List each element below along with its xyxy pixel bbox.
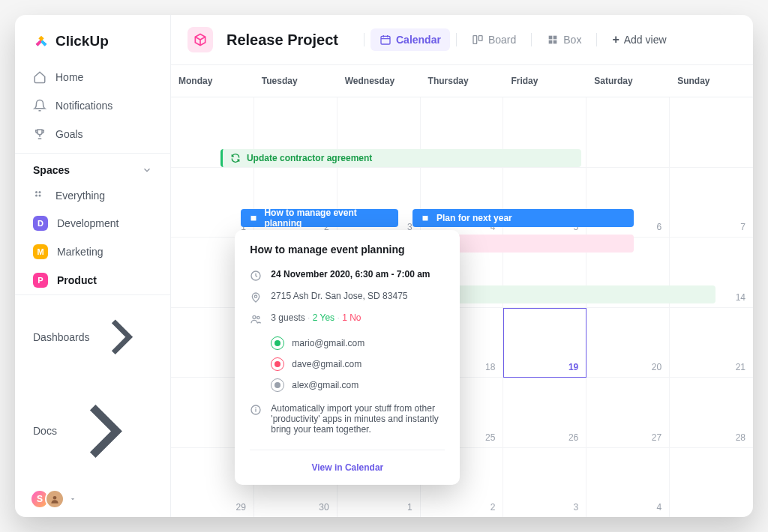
chevron-right-icon <box>90 306 153 369</box>
dashboards-label: Dashboards <box>33 331 90 343</box>
svg-point-3 <box>39 195 41 197</box>
separator <box>531 33 532 46</box>
guest-email: mario@gmail.com <box>292 338 364 348</box>
svg-rect-12 <box>250 216 256 222</box>
weekday-label: Saturday <box>586 65 670 97</box>
space-everything[interactable]: Everything <box>15 182 170 209</box>
svg-rect-6 <box>473 36 477 44</box>
space-development[interactable]: D Development <box>15 209 170 238</box>
calendar-cell[interactable]: 26 <box>503 378 586 448</box>
person-icon <box>50 494 60 504</box>
tab-board-label: Board <box>488 34 516 46</box>
spaces-header[interactable]: Spaces <box>15 153 170 182</box>
nav-home-label: Home <box>56 71 83 83</box>
calendar-cell[interactable]: 7 <box>670 168 753 238</box>
calendar-cell[interactable]: 1 <box>171 168 254 238</box>
status-dot-no <box>271 357 284 371</box>
guests-no: 1 No <box>342 312 361 323</box>
day-number: 19 <box>568 362 578 372</box>
view-in-calendar-link[interactable]: View in Calendar <box>250 450 445 476</box>
nav-goals[interactable]: Goals <box>15 120 170 148</box>
day-number: 20 <box>652 362 662 372</box>
refresh-icon <box>230 153 241 163</box>
nav-notifications[interactable]: Notifications <box>15 91 170 120</box>
space-product-label: Product <box>57 274 97 286</box>
docs-section[interactable]: Docs <box>15 379 170 489</box>
separator <box>596 33 597 46</box>
day-number: 3 <box>574 502 579 513</box>
svg-rect-7 <box>478 36 482 41</box>
guest-row: mario@gmail.com <box>271 333 445 354</box>
calendar-cell[interactable]: 3 <box>503 448 586 518</box>
plus-icon: + <box>612 34 619 46</box>
calendar-cell[interactable] <box>586 97 670 168</box>
tab-board[interactable]: Board <box>463 28 525 51</box>
day-number: 26 <box>568 432 578 443</box>
popover-datetime-row: 24 November 2020, 6:30 am - 7:00 am <box>250 265 445 286</box>
board-icon <box>472 34 484 46</box>
event-manage[interactable]: How to manage event planning <box>241 209 398 227</box>
event-contractor[interactable]: Update contractor agreement <box>220 149 581 167</box>
people-icon <box>250 313 262 325</box>
calendar-cell[interactable] <box>670 97 753 168</box>
weekday-label: Thursday <box>421 65 504 97</box>
view-tabs: Calendar Board Box + Add view <box>361 28 676 51</box>
docs-label: Docs <box>33 425 57 437</box>
app-window: ClickUp Home Notifications Goals Spaces … <box>15 15 753 517</box>
day-number: 2 <box>490 502 496 513</box>
home-icon <box>33 70 46 84</box>
day-number: 6 <box>656 222 662 232</box>
space-badge-prod: P <box>33 273 48 288</box>
popover-title: How to manage event planning <box>250 244 445 256</box>
day-number: 14 <box>736 292 746 303</box>
svg-rect-22 <box>256 409 256 412</box>
event-plan-label: Plan for next year <box>436 213 512 223</box>
dashboards-section[interactable]: Dashboards <box>15 294 170 379</box>
space-marketing[interactable]: M Marketing <box>15 238 170 266</box>
day-number: 29 <box>236 502 245 513</box>
svg-point-0 <box>35 191 38 193</box>
nav-notifications-label: Notifications <box>56 100 112 112</box>
calendar-cell[interactable]: 4 <box>586 448 670 518</box>
space-product[interactable]: P Product <box>15 266 170 294</box>
event-contractor-label: Update contractor agreement <box>247 153 372 163</box>
separator <box>456 33 457 46</box>
nav-home[interactable]: Home <box>15 63 170 91</box>
grid-dots-icon <box>33 189 46 202</box>
svg-point-1 <box>39 191 41 193</box>
svg-rect-10 <box>549 40 553 44</box>
day-number: 28 <box>736 432 746 443</box>
event-plan[interactable]: Plan for next year <box>412 209 634 227</box>
box-icon <box>547 34 559 46</box>
logo[interactable]: ClickUp <box>15 28 170 63</box>
day-number: 27 <box>652 432 662 443</box>
calendar-cell[interactable]: 28 <box>670 378 753 448</box>
calendar-cell[interactable]: 19 <box>503 308 586 378</box>
calendar-view: MondayTuesdayWednesdayThursdayFridaySatu… <box>171 65 753 517</box>
tab-calendar[interactable]: Calendar <box>370 28 450 51</box>
add-view-button[interactable]: + Add view <box>603 28 675 51</box>
caret-down-icon <box>69 495 76 503</box>
svg-rect-11 <box>554 40 557 44</box>
clock-icon <box>250 270 262 282</box>
weekday-label: Tuesday <box>254 65 338 97</box>
svg-point-23 <box>256 407 257 408</box>
weekday-label: Wednesday <box>338 65 421 97</box>
calendar-cell[interactable]: 20 <box>586 308 670 378</box>
cube-icon <box>193 32 208 47</box>
calendar-cell[interactable]: 21 <box>670 308 753 378</box>
weekday-header: MondayTuesdayWednesdayThursdayFridaySatu… <box>171 65 753 97</box>
day-number: 30 <box>319 502 328 513</box>
weekday-label: Friday <box>503 65 586 97</box>
calendar-cell[interactable]: 27 <box>586 378 670 448</box>
add-view-label: Add view <box>624 34 667 46</box>
tab-box[interactable]: Box <box>538 28 590 51</box>
user-switcher[interactable]: S <box>15 489 170 509</box>
svg-point-20 <box>257 316 260 318</box>
svg-point-19 <box>253 315 256 318</box>
main-content: Release Project Calendar Board Box <box>171 15 753 517</box>
day-number: 25 <box>485 432 495 443</box>
svg-rect-8 <box>549 36 553 40</box>
chevron-right-icon <box>57 384 152 479</box>
guest-email: dave@gmail.com <box>292 359 362 369</box>
